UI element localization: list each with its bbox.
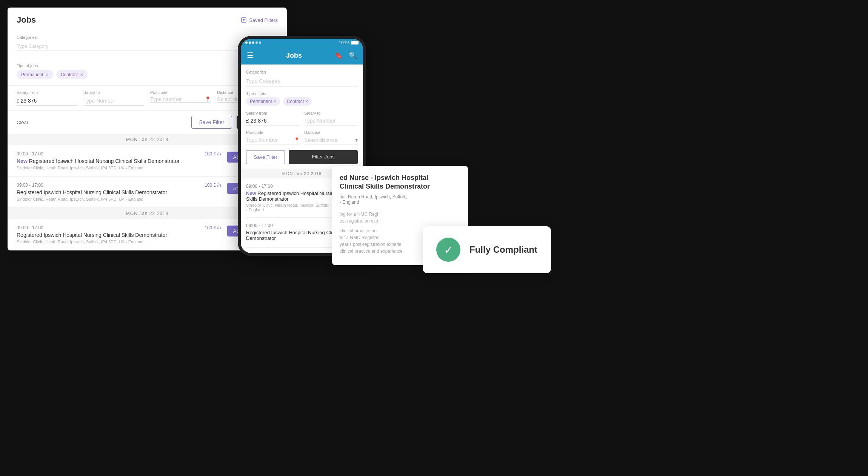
job-time-rate-1: 09:00 - 17:00 100 £ /h — [17, 151, 221, 157]
job-title-text-2: Registered Ipswich Hospital Nursing Clin… — [17, 189, 167, 195]
categories-label: Categories — [17, 35, 278, 40]
job-detail-text-1: ing for a NMC Regiost-registration exp — [340, 211, 460, 224]
job-title-text-1: Registered Ipswich Hospital Nursing Clin… — [29, 158, 180, 164]
mobile-tag-contract-remove[interactable]: × — [305, 99, 308, 104]
pound-prefix: £ — [17, 98, 19, 104]
salary-from-value[interactable]: £ 23 876 — [17, 96, 77, 106]
mobile-postcode-input[interactable]: Type Number — [246, 137, 294, 143]
signal-dots — [245, 41, 261, 44]
salary-to-input[interactable]: Type Number — [83, 96, 144, 106]
mobile-new-badge-1: New — [246, 190, 257, 196]
job-detail-location: ital, Heath Road, Ipswich, Suffolk,- Eng… — [340, 194, 460, 205]
tag-contract-remove[interactable]: × — [80, 72, 83, 78]
mobile-distance-wrap: Select distance ▾ — [304, 135, 358, 145]
postcode-label: Postcode — [150, 90, 211, 95]
phone-nav-title: Jobs — [286, 52, 302, 60]
search-icon[interactable]: 🔍 — [349, 51, 357, 60]
mobile-job-time-1: 09:00 - 17:00 — [246, 184, 273, 189]
saved-filters-label: Saved Filters — [249, 17, 278, 23]
job-rate-3: 100 £ /h — [205, 225, 221, 230]
mobile-salary-row: Salary from £ 23 876 Salary to Type Numb… — [246, 111, 358, 126]
salary-to-field: Salary to Type Number — [83, 90, 150, 106]
mobile-postcode-input-wrap: Type Number 📍 — [246, 135, 300, 145]
svg-rect-0 — [242, 18, 246, 22]
mobile-dropdown-arrow-icon: ▾ — [355, 137, 358, 143]
save-filter-button[interactable]: Save Filter — [191, 116, 232, 129]
compliant-check-icon: ✓ — [436, 238, 460, 262]
dot-2 — [249, 41, 251, 44]
job-info-3: 09:00 - 17:00 100 £ /h Registered Ipswic… — [17, 225, 221, 244]
mobile-salary-to: Salary to Type Number — [304, 111, 358, 126]
postcode-input-wrap: Type Number 📍 — [150, 96, 211, 103]
tag-contract-label: Contract — [61, 72, 78, 77]
mobile-postcode-label: Postcode — [246, 130, 300, 135]
mobile-salary-from-label: Salary from — [246, 111, 300, 115]
postcode-input[interactable]: Type Number — [150, 96, 205, 102]
job-title-text-3: Registered Ipswich Hospital Nursing Clin… — [17, 232, 167, 238]
tag-permanent[interactable]: Permanent × — [17, 70, 53, 79]
mobile-distance-select[interactable]: Select distance — [304, 137, 355, 143]
mobile-tags: Permanent × Contract × — [246, 97, 358, 106]
job-rate-2: 100 £ /h — [205, 183, 221, 188]
job-time-3: 09:00 - 17:00 — [17, 225, 43, 230]
mobile-job-time-2: 09:00 - 17:00 — [246, 223, 273, 228]
phone-status-bar: 100% — [241, 39, 363, 46]
mobile-salary-to-input[interactable]: Type Number — [304, 116, 358, 126]
mobile-postcode: Postcode Type Number 📍 — [246, 130, 300, 145]
job-info-2: 09:00 - 17:00 100 £ /h Registered Ipswic… — [17, 183, 221, 201]
job-location-2: Sindolor Clinic, Heath Road, Ipswich, Su… — [17, 197, 221, 201]
mobile-tag-permanent-label: Permanent — [250, 99, 272, 104]
job-time-rate-3: 09:00 - 17:00 100 £ /h — [17, 225, 221, 230]
mobile-tag-permanent-remove[interactable]: × — [274, 99, 276, 104]
job-time-rate-2: 09:00 - 17:00 100 £ /h — [17, 183, 221, 188]
tag-permanent-remove[interactable]: × — [46, 72, 49, 78]
job-location-1: Sindolor Clinic, Heath Road, Ipswich, Su… — [17, 166, 221, 170]
fully-compliant-label: Fully Compliant — [469, 244, 537, 255]
new-badge-1: New — [17, 158, 28, 164]
mobile-postcode-row: Postcode Type Number 📍 Distance Select d… — [246, 130, 358, 145]
fully-compliant-card: ✓ Fully Compliant — [423, 226, 551, 273]
clear-link[interactable]: Clear — [17, 120, 28, 125]
salary-from-field: Salary from £ 23 876 — [17, 90, 83, 106]
bookmark-icon[interactable]: 🔖 — [334, 51, 343, 60]
mobile-filter-jobs-button[interactable]: Filter Jobs — [289, 150, 358, 164]
mobile-distance-label: Distance — [304, 130, 358, 135]
desktop-header: Jobs Saved Filters — [8, 8, 287, 29]
saved-filters-link[interactable]: Saved Filters — [241, 17, 278, 23]
checkmark-icon: ✓ — [444, 243, 453, 256]
mobile-pound: £ — [246, 118, 249, 124]
job-info-1: 09:00 - 17:00 100 £ /h New Registered Ip… — [17, 151, 221, 170]
mobile-salary-amount: 23 876 — [251, 118, 267, 124]
mobile-tag-contract[interactable]: Contract × — [283, 97, 312, 106]
job-title-1: New Registered Ipswich Hospital Nursing … — [17, 158, 221, 164]
dot-3 — [252, 41, 254, 44]
mobile-salary-from-value[interactable]: £ 23 876 — [246, 116, 300, 126]
mobile-type-label: Tipe of jobs — [246, 91, 358, 96]
salary-from-amount: 23 876 — [21, 98, 37, 104]
battery-percent: 100% — [339, 40, 349, 45]
phone-battery: 100% — [339, 40, 359, 45]
postcode-field: Postcode Type Number 📍 — [150, 90, 217, 106]
mobile-categories-input[interactable]: Type Category — [246, 76, 358, 87]
mobile-distance: Distance Select distance ▾ — [304, 130, 358, 145]
salary-to-label: Salary to — [83, 90, 144, 95]
mobile-salary-to-label: Salary to — [304, 111, 358, 115]
job-time-2: 09:00 - 17:00 — [17, 183, 43, 188]
mobile-salary-from: Salary from £ 23 876 — [246, 111, 300, 126]
job-title-3: Registered Ipswich Hospital Nursing Clin… — [17, 232, 221, 238]
job-title-2: Registered Ipswich Hospital Nursing Clin… — [17, 189, 221, 195]
tag-contract[interactable]: Contract × — [56, 70, 88, 79]
mobile-save-filter-button[interactable]: Save Filter — [246, 150, 285, 164]
job-detail-title: ed Nurse - Ipswich HospitalClinical Skil… — [340, 174, 460, 191]
location-pin-icon: 📍 — [205, 96, 211, 102]
desktop-title: Jobs — [17, 15, 36, 25]
salary-from-label: Salary from — [17, 90, 77, 95]
mobile-tag-contract-label: Contract — [287, 99, 304, 104]
mobile-btn-row: Save Filter Filter Jobs — [246, 150, 358, 164]
mobile-location-pin-icon: 📍 — [294, 137, 300, 143]
phone-nav: ☰ Jobs 🔖 🔍 — [241, 46, 363, 64]
mobile-tag-permanent[interactable]: Permanent × — [246, 97, 280, 106]
hamburger-icon[interactable]: ☰ — [247, 51, 254, 60]
battery-icon — [351, 41, 359, 45]
dot-4 — [255, 41, 258, 44]
